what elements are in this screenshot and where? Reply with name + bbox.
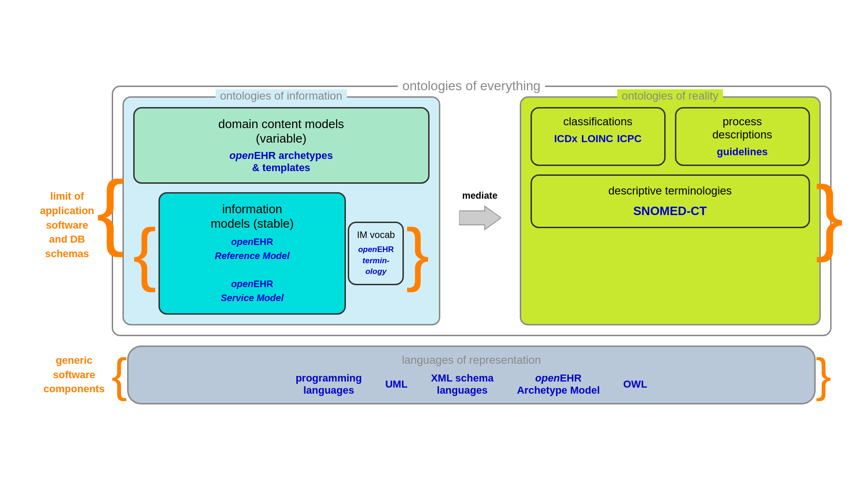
ontologies-everything-label: ontologies of everything (398, 79, 545, 94)
classifications-box: classifications ICDx LOINC ICPC (531, 107, 666, 166)
mediate-label: mediate (462, 190, 498, 201)
lang-brace-left-icon: { (112, 352, 127, 398)
ontologies-everything-box: ontologies of everything ontologies of i… (112, 86, 832, 336)
languages-title: languages of representation (402, 353, 541, 367)
lang-brace-right-icon: } (816, 352, 831, 398)
info-bottom-row: { information models (stable) openEHR Re… (133, 192, 430, 315)
desc-term-content: SNOMED-CT (540, 204, 800, 218)
domain-content-box: domain content models (variable) openEHR… (133, 107, 430, 184)
im-vocab-content: openEHR termin- ology (354, 244, 398, 277)
openehr-archetype-item: openEHRArchetype Model (517, 372, 600, 396)
loinc-item: LOINC (581, 133, 613, 145)
limit-brace-left-icon: { (97, 169, 125, 253)
mediate-arrow-svg (459, 204, 501, 232)
info-brace-left-icon: { (133, 218, 157, 288)
info-models-title: information models (stable) (168, 202, 337, 231)
domain-content-title: domain content models (variable) (143, 117, 420, 146)
uml-item: UML (385, 378, 408, 390)
ontologies-info-box: ontologies of information domain content… (122, 96, 440, 325)
languages-section: generic software components { languages … (37, 346, 832, 404)
languages-items: programminglanguages UML XML schemalangu… (295, 372, 647, 396)
languages-box: languages of representation programmingl… (127, 346, 816, 404)
limit-label: limit of application software and DB sch… (37, 189, 98, 261)
classifications-items: ICDx LOINC ICPC (538, 133, 658, 145)
reality-top-row: classifications ICDx LOINC ICPC process (531, 107, 810, 166)
icpc-item: ICPC (617, 133, 642, 145)
xml-schema-item: XML schemalanguages (431, 372, 494, 396)
ontologies-info-label: ontologies of information (215, 89, 347, 102)
desc-term-box: descriptive terminologies SNOMED-CT (531, 174, 810, 228)
info-models-box: information models (stable) openEHR Refe… (158, 192, 346, 315)
top-section: limit of application software and DB sch… (37, 86, 832, 336)
classifications-title: classifications (538, 115, 658, 128)
owl-item: OWL (623, 378, 647, 390)
process-desc-content: guidelines (683, 146, 802, 158)
domain-content-subtitle: openEHR archetypes & templates (143, 150, 420, 174)
im-vocab-title: IM vocab (354, 230, 398, 240)
ontologies-reality-label: ontologies of reality (617, 89, 723, 102)
process-desc-box: process descriptions guidelines (675, 107, 810, 166)
programming-languages-item: programminglanguages (295, 372, 362, 396)
im-vocab-box: IM vocab openEHR termin- ology (348, 222, 404, 285)
top-row: ontologies of information domain content… (122, 96, 821, 325)
mediate-arrow-area: mediate (454, 96, 506, 325)
generic-software-label: generic software components (37, 353, 112, 396)
ontologies-reality-box: ontologies of reality classifications IC… (520, 96, 821, 325)
info-brace-right-icon: } (406, 218, 429, 288)
process-desc-title: process descriptions (683, 115, 802, 141)
icdx-item: ICDx (554, 133, 577, 145)
desc-term-title: descriptive terminologies (540, 184, 800, 197)
svg-marker-0 (459, 206, 501, 230)
limit-brace-right-icon: } (815, 174, 843, 258)
info-models-content: openEHR Reference Model openEHR Service … (168, 235, 337, 305)
main-container: limit of application software and DB sch… (37, 86, 832, 404)
